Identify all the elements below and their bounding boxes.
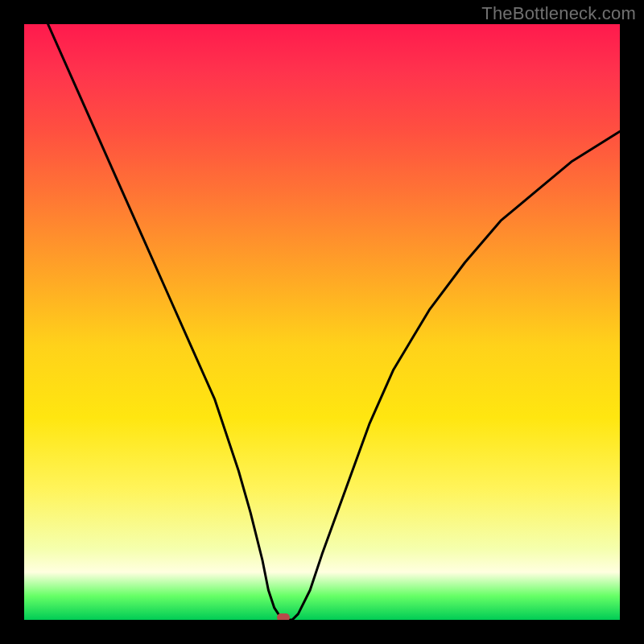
watermark-text: TheBottleneck.com — [481, 3, 636, 24]
optimal-point-marker — [277, 613, 290, 620]
chart-frame: TheBottleneck.com — [0, 0, 644, 644]
bottleneck-curve — [48, 24, 620, 620]
curve-layer — [24, 24, 620, 620]
plot-area — [24, 24, 620, 620]
